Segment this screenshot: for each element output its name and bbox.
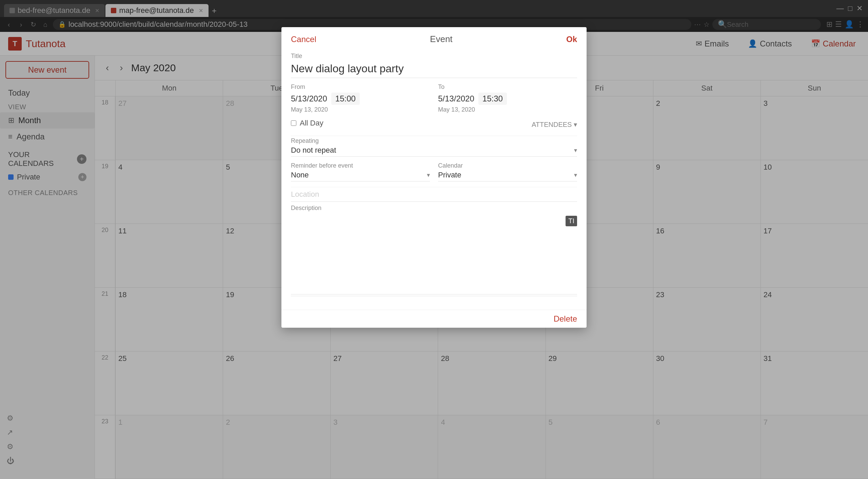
ti-button[interactable]: TI: [566, 216, 577, 226]
to-date[interactable]: 5/13/2020: [438, 94, 474, 103]
modal-title: Event: [430, 34, 453, 44]
from-label: From: [291, 83, 430, 91]
from-date-text: May 13, 2020: [291, 106, 430, 113]
to-time[interactable]: 15:30: [478, 93, 507, 105]
divider-2: [291, 187, 577, 187]
modal-overlay: Cancel Event Ok Title From 5/13/2020 15:…: [0, 0, 868, 479]
all-day-checkbox[interactable]: [291, 120, 296, 126]
location-field[interactable]: Location: [291, 189, 577, 202]
reminder-field: Reminder before event None ▾: [291, 162, 430, 181]
calendar-arrow-icon: ▾: [574, 171, 577, 179]
reminder-label: Reminder before event: [291, 162, 430, 169]
modal-ok-button[interactable]: Ok: [566, 35, 577, 44]
from-time[interactable]: 15:00: [331, 93, 360, 105]
from-date[interactable]: 5/13/2020: [291, 94, 327, 103]
modal-datetime-row: From 5/13/2020 15:00 May 13, 2020 To 5/1…: [291, 83, 577, 113]
description-label: Description: [291, 205, 577, 212]
modal-body: Title From 5/13/2020 15:00 May 13, 2020 …: [281, 50, 587, 310]
delete-button[interactable]: Delete: [554, 314, 577, 324]
from-row: 5/13/2020 15:00: [291, 93, 430, 105]
allday-row: All Day: [291, 119, 323, 128]
calendar-field: Calendar Private ▾: [438, 162, 577, 181]
to-row: 5/13/2020 15:30: [438, 93, 577, 105]
reminder-calendar-row: Reminder before event None ▾ Calendar Pr…: [291, 162, 577, 181]
modal-header: Cancel Event Ok: [281, 27, 587, 50]
allday-attendees-row: All Day ATTENDEES ▾: [291, 119, 577, 130]
modal-footer: Delete: [281, 310, 587, 328]
calendar-select-wrapper: Private ▾: [438, 171, 577, 181]
all-day-label: All Day: [300, 119, 323, 128]
to-label: To: [438, 83, 577, 91]
calendar-select[interactable]: Private: [438, 171, 574, 179]
calendar-label: Calendar: [438, 162, 577, 169]
description-textarea[interactable]: [291, 213, 577, 294]
repeating-row: Repeating Do not repeat ▾: [291, 137, 577, 157]
repeating-label: Repeating: [291, 137, 577, 145]
divider-1: [291, 136, 577, 136]
event-title-input[interactable]: [291, 61, 577, 78]
attendees-button[interactable]: ATTENDEES ▾: [532, 120, 577, 129]
to-section: To 5/13/2020 15:30 May 13, 2020: [438, 83, 577, 113]
from-section: From 5/13/2020 15:00 May 13, 2020: [291, 83, 430, 113]
description-container: TI: [291, 213, 577, 296]
repeating-select[interactable]: Do not repeat: [291, 146, 574, 154]
to-date-text: May 13, 2020: [438, 106, 577, 113]
event-title-label: Title: [291, 53, 577, 60]
modal-cancel-button[interactable]: Cancel: [291, 35, 316, 44]
reminder-arrow-icon: ▾: [427, 171, 430, 179]
repeating-arrow-icon: ▾: [574, 147, 577, 154]
reminder-select-wrapper: None ▾: [291, 171, 430, 181]
repeating-select-wrapper: Do not repeat ▾: [291, 146, 577, 157]
reminder-select[interactable]: None: [291, 171, 427, 179]
event-modal: Cancel Event Ok Title From 5/13/2020 15:…: [281, 27, 587, 328]
